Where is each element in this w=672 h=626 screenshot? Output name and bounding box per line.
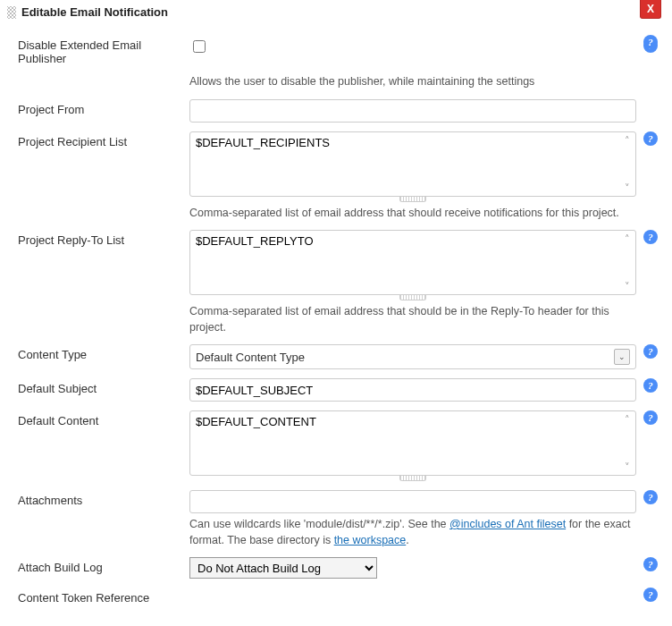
label-token-reference: Content Token Reference	[18, 588, 189, 605]
label-default-content: Default Content	[18, 410, 189, 427]
row-replyto-list: Project Reply-To List $DEFAULT_REPLYTO ˄…	[18, 230, 658, 335]
help-icon[interactable]: ?	[643, 131, 658, 146]
row-token-reference: Content Token Reference ?	[18, 588, 658, 605]
label-project-from: Project From	[18, 99, 189, 116]
panel-header: Editable Email Notification X	[0, 0, 672, 22]
form-area: Disable Extended Email Publisher ? Allow…	[0, 22, 672, 613]
row-attach-log: Attach Build Log Do Not Attach Build Log…	[18, 557, 658, 579]
content-type-select[interactable]: Default Content Type ⌄	[189, 344, 636, 369]
row-disable-publisher-desc: Allows the user to disable the publisher…	[18, 71, 658, 90]
row-attachments: Attachments ? Can use wildcards like 'mo…	[18, 490, 658, 548]
resize-grip[interactable]	[399, 294, 426, 300]
replyto-list-textarea[interactable]: $DEFAULT_REPLYTO	[190, 231, 635, 292]
row-project-from: Project From	[18, 99, 658, 123]
label-disable-publisher: Disable Extended Email Publisher	[18, 35, 189, 65]
close-button[interactable]: X	[640, 0, 661, 19]
resize-grip[interactable]	[399, 475, 426, 481]
link-ant-fileset[interactable]: @includes of Ant fileset	[449, 518, 566, 530]
row-content-type: Content Type Default Content Type ⌄ ?	[18, 344, 658, 369]
desc-disable-publisher: Allows the user to disable the publisher…	[189, 74, 636, 90]
recipient-list-textarea[interactable]: $DEFAULT_RECIPIENTS	[190, 132, 635, 193]
row-default-subject: Default Subject ?	[18, 378, 658, 402]
scroll-up-icon: ˄	[621, 233, 634, 245]
desc-attachments: Can use wildcards like 'module/dist/**/*…	[189, 517, 636, 548]
default-content-textarea[interactable]: $DEFAULT_CONTENT	[190, 411, 635, 472]
label-content-type: Content Type	[18, 344, 189, 361]
default-subject-input[interactable]	[189, 378, 636, 402]
link-workspace[interactable]: the workspace	[334, 534, 407, 546]
replyto-list-wrap: $DEFAULT_REPLYTO ˄ ˅	[189, 230, 636, 295]
label-attachments: Attachments	[18, 490, 189, 507]
row-recipient-list: Project Recipient List $DEFAULT_RECIPIEN…	[18, 131, 658, 222]
label-recipient-list: Project Recipient List	[18, 131, 189, 148]
help-icon[interactable]: ?	[643, 378, 658, 393]
chevron-down-icon: ⌄	[614, 349, 630, 365]
disable-publisher-checkbox[interactable]	[193, 40, 206, 53]
scroll-up-icon: ˄	[621, 413, 634, 426]
footer: Advanced Settings...	[0, 613, 672, 626]
project-from-input[interactable]	[189, 99, 636, 123]
help-icon[interactable]: ?	[643, 230, 658, 244]
help-icon[interactable]: ?	[643, 490, 658, 504]
panel-title: Editable Email Notification	[21, 5, 168, 19]
row-default-content: Default Content $DEFAULT_CONTENT ˄ ˅ ?	[18, 410, 658, 481]
label-attach-log: Attach Build Log	[18, 557, 189, 574]
scroll-down-icon: ˅	[621, 280, 634, 292]
desc-replyto-list: Comma-separated list of email address th…	[189, 304, 636, 335]
help-icon[interactable]: ?	[643, 344, 658, 359]
help-icon[interactable]: ?	[643, 557, 658, 571]
scroll-down-icon: ˅	[621, 182, 634, 194]
scroll-down-icon: ˅	[621, 461, 634, 473]
help-icon[interactable]: ?	[643, 588, 658, 602]
scroll-up-icon: ˄	[621, 134, 634, 147]
desc-recipient-list: Comma-separated list of email address th…	[189, 206, 636, 222]
default-content-wrap: $DEFAULT_CONTENT ˄ ˅	[189, 410, 636, 476]
help-icon[interactable]: ?	[643, 410, 658, 425]
attachments-input[interactable]	[189, 490, 636, 513]
help-icon[interactable]: ?	[643, 35, 658, 49]
attach-log-select[interactable]: Do Not Attach Build Log	[189, 557, 377, 579]
row-disable-publisher: Disable Extended Email Publisher ?	[18, 35, 658, 65]
label-replyto-list: Project Reply-To List	[18, 230, 189, 247]
content-type-selected: Default Content Type	[196, 351, 305, 364]
recipient-list-wrap: $DEFAULT_RECIPIENTS ˄ ˅	[189, 131, 636, 197]
resize-grip[interactable]	[399, 196, 426, 202]
label-default-subject: Default Subject	[18, 378, 189, 395]
drag-handle-icon[interactable]	[7, 6, 16, 19]
